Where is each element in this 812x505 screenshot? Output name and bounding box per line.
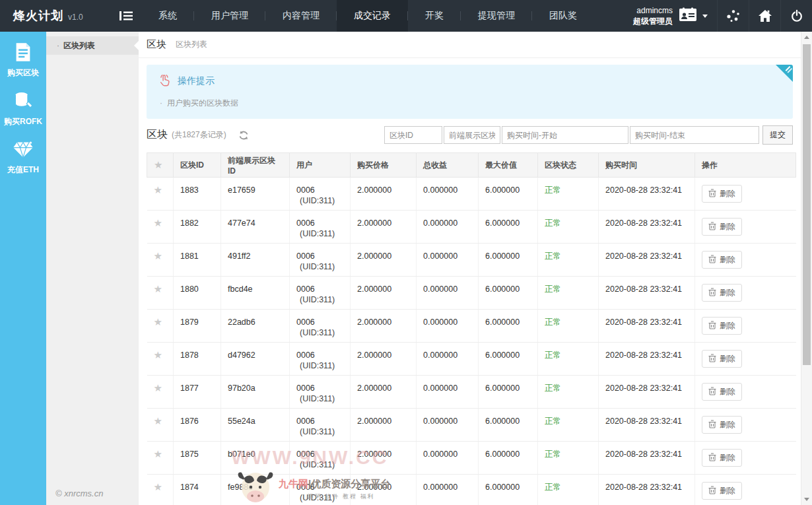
notice-box: 操作提示 用户购买的区块数据 <box>147 65 793 119</box>
delete-button[interactable]: 删除 <box>702 383 742 401</box>
delete-button[interactable]: 删除 <box>702 482 742 500</box>
table-header-row: ★ 区块ID前端展示区块ID用户购买价格总收益最大价值区块状态购买时间操作 <box>147 153 796 178</box>
display-id-cell: d47962 <box>221 343 290 376</box>
star-icon: ★ <box>154 159 162 170</box>
delete-button[interactable]: 删除 <box>702 284 742 302</box>
top-navigation: 系统用户管理内容管理成交记录开奖提现管理团队奖 <box>141 0 594 32</box>
topnav-item-7[interactable]: 团队奖 <box>532 0 594 32</box>
max-value-cell: 6.000000 <box>479 277 538 310</box>
sidebar-item-1[interactable]: 购买区块 <box>0 36 46 84</box>
star-icon[interactable]: ★ <box>154 382 162 393</box>
column-header-4: 购买价格 <box>351 153 417 178</box>
submenu-item-1[interactable]: ·区块列表 <box>46 36 139 55</box>
user-uid: (UID:311) <box>296 393 343 404</box>
star-icon[interactable]: ★ <box>154 316 162 327</box>
star-cell: ★ <box>147 475 174 505</box>
delete-button[interactable]: 删除 <box>702 449 742 467</box>
action-cell: 删除 <box>695 376 796 409</box>
max-value-cell: 6.000000 <box>479 211 538 244</box>
time-cell: 2020-08-28 23:32:41 <box>599 409 695 442</box>
power-icon[interactable] <box>780 0 812 32</box>
table-row: ★1880fbcd4e0006(UID:311)2.0000000.000000… <box>147 277 796 310</box>
star-icon[interactable]: ★ <box>154 250 162 261</box>
time-cell: 2020-08-28 23:32:41 <box>599 211 695 244</box>
user-name: 0006 <box>296 449 343 459</box>
star-icon[interactable]: ★ <box>154 349 162 360</box>
refresh-icon[interactable] <box>238 130 249 141</box>
price-cell: 2.000000 <box>351 409 417 442</box>
topnav-item-5[interactable]: 开奖 <box>408 0 461 32</box>
status-cell: 正常 <box>538 310 599 343</box>
fold-corner-icon[interactable] <box>776 65 793 82</box>
user-uid: (UID:311) <box>296 294 343 305</box>
delete-button[interactable]: 删除 <box>702 218 742 236</box>
table-row: ★1878d479620006(UID:311)2.0000000.000000… <box>147 343 796 376</box>
filter-input-4[interactable] <box>630 126 759 144</box>
table-row: ★187797b20a0006(UID:311)2.0000000.000000… <box>147 376 796 409</box>
topnav-item-4[interactable]: 成交记录 <box>337 0 408 32</box>
table-row: ★1883e176590006(UID:311)2.0000000.000000… <box>147 178 796 211</box>
hamburger-icon[interactable] <box>111 0 141 32</box>
star-cell: ★ <box>147 376 174 409</box>
filter-input-3[interactable] <box>502 126 628 144</box>
trash-icon <box>708 453 716 463</box>
delete-button[interactable]: 删除 <box>702 317 742 335</box>
star-icon[interactable]: ★ <box>154 184 162 195</box>
trash-icon <box>708 288 716 298</box>
topnav-item-6[interactable]: 提现管理 <box>461 0 532 32</box>
status-badge: 正常 <box>545 318 561 327</box>
block-id-cell: 1882 <box>174 211 221 244</box>
copyright: © xnrcms.cn <box>55 488 103 498</box>
table-row: ★1882477e740006(UID:311)2.0000000.000000… <box>147 211 796 244</box>
star-icon[interactable]: ★ <box>154 283 162 294</box>
topnav-item-1[interactable]: 系统 <box>141 0 194 32</box>
column-header-7: 区块状态 <box>538 153 599 178</box>
table-row: ★1881491ff20006(UID:311)2.0000000.000000… <box>147 244 796 277</box>
sidebar-item-label: 购买区块 <box>7 67 39 79</box>
topnav-item-3[interactable]: 内容管理 <box>265 0 337 32</box>
submit-button[interactable]: 提交 <box>762 125 793 145</box>
delete-button[interactable]: 删除 <box>702 416 742 434</box>
delete-button[interactable]: 删除 <box>702 185 742 203</box>
filter-input-1[interactable] <box>384 126 442 144</box>
delete-label: 删除 <box>720 485 735 496</box>
table-row: ★187922adb60006(UID:311)2.0000000.000000… <box>147 310 796 343</box>
status-cell: 正常 <box>538 442 599 475</box>
status-badge: 正常 <box>545 384 561 393</box>
star-icon[interactable]: ★ <box>154 448 162 459</box>
trash-icon <box>708 189 716 199</box>
scroll-down-arrow-icon[interactable] <box>801 494 812 505</box>
user-uid: (UID:311) <box>296 195 343 206</box>
scrollbar-thumb[interactable] <box>803 44 811 365</box>
user-uid: (UID:311) <box>296 492 343 503</box>
scroll-up-arrow-icon[interactable] <box>801 32 812 43</box>
sidebar-item-2[interactable]: 购买ROFK <box>0 84 46 133</box>
star-icon[interactable]: ★ <box>154 217 162 228</box>
star-icon[interactable]: ★ <box>154 481 162 492</box>
price-cell: 2.000000 <box>351 211 417 244</box>
delete-button[interactable]: 删除 <box>702 350 742 368</box>
share-dots-icon[interactable] <box>717 0 749 32</box>
price-cell: 2.000000 <box>351 277 417 310</box>
max-value-cell: 6.000000 <box>479 310 538 343</box>
user-name: 0006 <box>296 317 343 327</box>
action-cell: 删除 <box>695 442 796 475</box>
income-cell: 0.000000 <box>417 211 479 244</box>
search-filters <box>383 126 759 144</box>
user-uid: (UID:311) <box>296 360 343 371</box>
vertical-scrollbar[interactable] <box>801 32 812 505</box>
trash-icon <box>708 354 716 364</box>
user-uid: (UID:311) <box>296 459 343 470</box>
sidebar-item-3[interactable]: 充值ETH <box>0 133 46 182</box>
action-cell: 删除 <box>695 211 796 244</box>
delete-label: 删除 <box>720 320 735 331</box>
delete-button[interactable]: 删除 <box>702 251 742 269</box>
star-icon[interactable]: ★ <box>154 415 162 426</box>
user-menu[interactable] <box>679 7 717 24</box>
filter-input-2[interactable] <box>444 126 500 144</box>
time-cell: 2020-08-28 23:32:41 <box>599 277 695 310</box>
home-icon[interactable] <box>749 0 780 32</box>
topnav-item-2[interactable]: 用户管理 <box>194 0 265 32</box>
user-uid: (UID:311) <box>296 261 343 272</box>
notice-title: 操作提示 <box>178 75 215 87</box>
